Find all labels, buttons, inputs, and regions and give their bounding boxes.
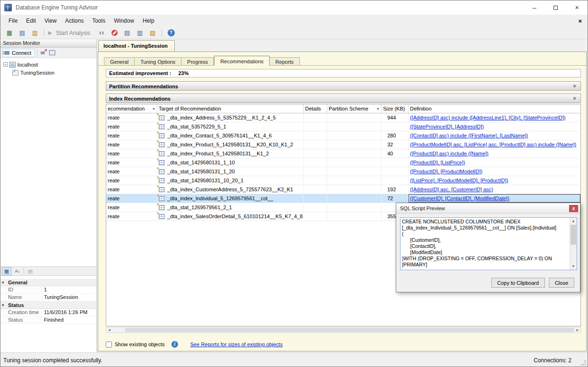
definition-link[interactable]: ([ProductModelID] asc, [ListPrice] asc, … — [410, 142, 576, 147]
tab[interactable]: General — [104, 57, 135, 66]
menu-item[interactable]: Help — [138, 16, 159, 26]
table-row[interactable]: reate _dta_stat_1429580131_1_20 ([Produc… — [106, 167, 580, 176]
table-row[interactable]: reate _dta_index_CustomerAddress_5_72557… — [106, 185, 580, 194]
partition-scheme-cell — [327, 158, 382, 167]
menu-item[interactable]: Edit — [22, 16, 40, 26]
property-row[interactable]: Creation time 11/6/2016 1:26 PM — [0, 309, 96, 316]
show-existing-objects-checkbox[interactable] — [106, 341, 112, 348]
import-workload-icon[interactable]: ▥ — [30, 28, 40, 38]
start-analysis-button[interactable]: Start Analysis — [56, 30, 90, 36]
table-row[interactable]: reate _dta_stat_1429580131_10_20_1 ([Lis… — [106, 176, 580, 185]
definition-link[interactable]: ([AddressID] asc) include ([AddressLine1… — [410, 115, 566, 120]
definition-link[interactable]: ([ContactID] asc) include ([FirstName], … — [410, 133, 528, 138]
tab[interactable]: Tuning Options — [135, 57, 181, 66]
scroll-up-icon[interactable]: ▲ — [570, 218, 577, 224]
property-group-status[interactable]: Status — [0, 301, 96, 309]
table-row[interactable]: reate _dta_index_Product_5_1429580131__K… — [106, 140, 580, 149]
details-cell — [304, 140, 327, 149]
close-icon[interactable]: × — [566, 0, 588, 15]
apply-recommendations-icon[interactable]: ▤ — [122, 28, 132, 38]
filter-dropdown-icon[interactable]: ▼ — [376, 107, 380, 111]
tab[interactable]: Progress — [181, 57, 214, 66]
scroll-down-icon[interactable]: ▼ — [570, 263, 577, 270]
close-document-icon[interactable]: × — [578, 17, 582, 25]
index-object-icon — [159, 160, 165, 165]
size-cell: 192 — [382, 185, 409, 194]
header-details[interactable]: Details — [304, 104, 327, 113]
definition-link[interactable]: ([CustomerID], [ContactID], [ModifiedDat… — [410, 196, 509, 201]
document-tab[interactable]: localhost - TuningSession — [98, 40, 175, 51]
table-row[interactable]: reate _dta_index_Product_5_1429580131__K… — [106, 149, 580, 158]
categorized-icon[interactable]: ▦ — [2, 267, 11, 275]
partition-recommendations-bar[interactable]: Partition Recommendations » — [106, 81, 581, 91]
export-results-icon[interactable]: ▨ — [147, 28, 158, 38]
property-row[interactable]: ID 1 — [0, 286, 96, 294]
header-size[interactable]: Size (KB) — [382, 104, 409, 113]
menu-item[interactable]: File — [4, 16, 22, 26]
section-title: Index Recommendations — [109, 96, 170, 102]
filter-dropdown-icon[interactable]: ▼ — [152, 107, 155, 111]
help-icon[interactable]: ? — [166, 28, 176, 38]
menu-item[interactable]: Window — [110, 16, 138, 26]
new-session-icon[interactable]: ▦ — [4, 28, 15, 38]
monitor-options-icon[interactable] — [49, 50, 55, 55]
tab[interactable]: Recommendations — [214, 56, 270, 66]
property-row[interactable]: Name TuningSession — [0, 294, 96, 301]
dialog-close-icon[interactable]: x — [569, 205, 578, 212]
definition-link[interactable]: ([AddressID] asc, [CustomerID] asc) — [410, 187, 493, 192]
definition-link[interactable]: ([ProductID], [ProductModelID]) — [410, 169, 482, 174]
scroll-right-icon[interactable]: ► — [574, 327, 580, 333]
scrollbar-thumb[interactable] — [125, 328, 574, 332]
header-target[interactable]: Target of Recommendation — [157, 104, 304, 113]
definition-link[interactable]: ([StateProvinceID], [AddressID]) — [410, 124, 484, 129]
sql-script-box[interactable]: CREATE NONCLUSTERED COLUMNSTORE INDEX [_… — [400, 217, 577, 270]
preview-script-icon[interactable]: ▥ — [135, 28, 145, 38]
dialog-title-bar[interactable]: SQL Script Preview x — [396, 203, 580, 213]
pause-analysis-icon[interactable]: ▮▮ — [96, 28, 107, 38]
open-session-icon[interactable]: ▤ — [17, 28, 27, 38]
collapse-icon[interactable]: − — [3, 62, 8, 67]
definition-cell: ([ListPrice], [ProductModelID], [Product… — [409, 176, 580, 185]
table-row[interactable]: reate _dta_stat_53575229_5_1 ([StateProv… — [106, 122, 580, 131]
scroll-left-icon[interactable]: ◄ — [106, 327, 112, 333]
definition-cell: ([ProductID], [ProductModelID]) — [409, 167, 580, 176]
menu-item[interactable]: Tools — [88, 16, 110, 26]
table-row[interactable]: reate _dta_index_Contact_5_309576141__K1… — [106, 131, 580, 140]
dialog-buttons: Copy to Clipboard Close — [491, 278, 574, 288]
dialog-close-button[interactable]: Close — [549, 278, 574, 288]
see-reports-link[interactable]: See Reports for sizes of existing object… — [190, 341, 283, 347]
menu-item[interactable]: Actions — [61, 16, 88, 26]
chevron-expand-icon[interactable]: » — [572, 85, 579, 88]
target-name: _dta_index_Product_5_1429580131__K20_K10… — [167, 142, 293, 147]
tree-node-tuningsession[interactable]: TuningSession — [0, 68, 96, 77]
table-row[interactable]: reate _dta_index_Address_5_53575229__K1_… — [106, 113, 580, 122]
menu-item[interactable]: View — [40, 16, 61, 26]
disconnect-icon[interactable] — [40, 50, 47, 56]
index-recommendations-bar[interactable]: Index Recommendations » — [106, 94, 581, 103]
start-analysis-icon[interactable]: ▶ — [48, 30, 52, 36]
tree-node-localhost[interactable]: − localhost — [0, 60, 96, 68]
horizontal-scrollbar[interactable]: ◄ ► — [106, 327, 581, 333]
table-row[interactable]: reate _dta_stat_1429580131_1_10 ([Produc… — [106, 158, 580, 167]
property-row[interactable]: Status Finished — [0, 316, 96, 324]
definition-link[interactable]: ([ListPrice], [ProductModelID], [Product… — [410, 178, 508, 183]
chevron-expand-icon[interactable]: » — [572, 97, 579, 100]
header-recommendation[interactable]: ecommendation▼ — [106, 104, 157, 113]
header-definition[interactable]: Definition — [409, 104, 580, 113]
stop-analysis-icon[interactable] — [109, 28, 119, 38]
connect-button[interactable]: Connect — [2, 49, 35, 57]
definition-link[interactable]: ([ProductID] asc) include ([Name]) — [410, 151, 488, 156]
table-row[interactable]: reate _dta_index_Individual_5_1269579561… — [106, 194, 580, 203]
scrollbar-thumb[interactable] — [571, 225, 576, 245]
sort-alphabetical-icon[interactable]: A↓ — [13, 267, 22, 275]
maximize-icon[interactable] — [545, 0, 566, 15]
copy-to-clipboard-button[interactable]: Copy to Clipboard — [491, 278, 545, 288]
minimize-icon[interactable]: – — [524, 0, 545, 15]
resize-grip[interactable] — [580, 359, 586, 366]
script-scrollbar[interactable]: ▲ ▼ — [570, 218, 577, 270]
definition-link[interactable]: ([ProductID], [ListPrice]) — [410, 160, 465, 165]
details-cell — [304, 131, 327, 140]
property-group-general[interactable]: General — [0, 279, 96, 286]
tab[interactable]: Reports — [270, 57, 300, 66]
header-partition-scheme[interactable]: Partition Scheme▼ — [327, 104, 382, 113]
